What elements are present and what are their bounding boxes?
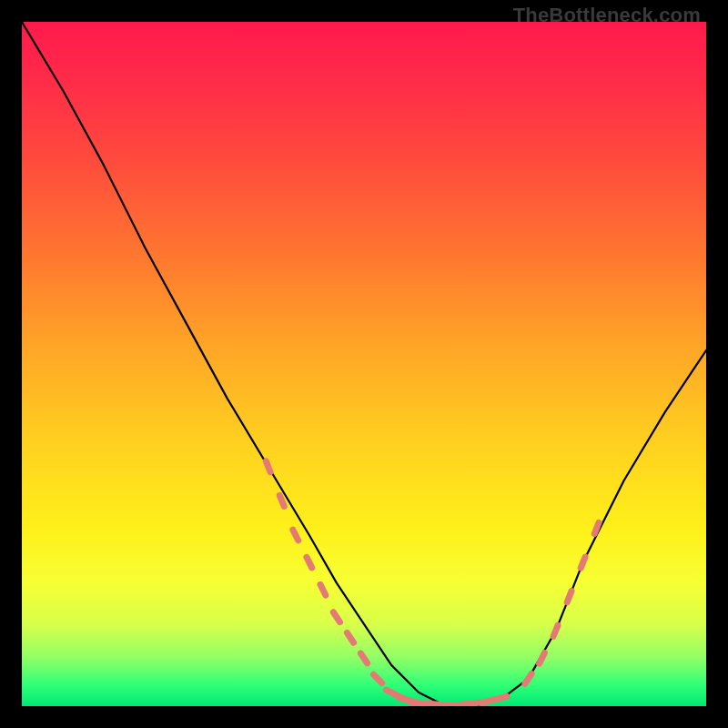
dotted-marker — [373, 674, 381, 682]
chart-frame — [22, 22, 706, 706]
dotted-marker — [495, 696, 507, 699]
dotted-marker — [279, 495, 284, 506]
dotted-marker — [427, 703, 439, 704]
dotted-markers-group — [266, 461, 599, 705]
dotted-marker — [581, 557, 585, 568]
dotted-marker — [540, 653, 545, 664]
dotted-marker — [553, 625, 558, 636]
dotted-marker — [347, 632, 353, 642]
chart-curve-group — [22, 22, 706, 706]
dotted-marker — [399, 698, 411, 701]
watermark-text: TheBottleneck.com — [513, 4, 701, 27]
main-curve — [22, 22, 706, 706]
dotted-marker — [266, 461, 270, 472]
dotted-marker — [360, 653, 367, 663]
dotted-marker — [307, 557, 312, 568]
dotted-marker — [386, 690, 397, 695]
chart-svg — [22, 22, 706, 706]
dotted-marker — [320, 584, 326, 595]
dotted-marker — [454, 704, 466, 705]
dotted-marker — [594, 522, 599, 533]
dotted-marker — [468, 703, 480, 704]
dotted-marker — [567, 592, 571, 602]
dotted-marker — [525, 674, 531, 684]
dotted-marker — [481, 700, 493, 703]
dotted-marker — [293, 530, 298, 541]
dotted-marker — [333, 612, 339, 622]
dotted-marker — [413, 703, 425, 703]
